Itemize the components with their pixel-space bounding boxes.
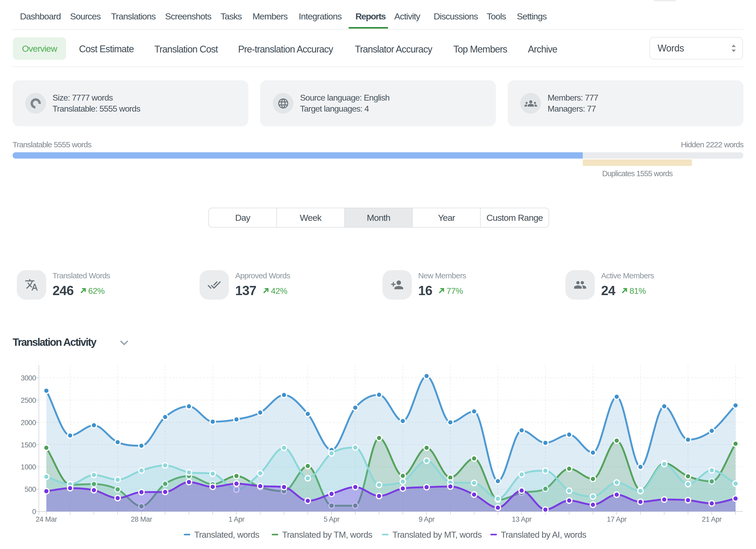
svg-text:3000: 3000 (21, 374, 36, 382)
svg-text:1 Apr: 1 Apr (229, 515, 245, 523)
svg-text:9 Apr: 9 Apr (419, 515, 435, 523)
svg-text:2000: 2000 (21, 419, 36, 427)
svg-text:5 Apr: 5 Apr (324, 515, 340, 523)
svg-text:Translated by AI, words: Translated by AI, words (501, 530, 586, 540)
svg-text:21 Apr: 21 Apr (702, 515, 722, 523)
svg-text:0: 0 (32, 508, 36, 516)
svg-text:Translated, words: Translated, words (194, 530, 259, 540)
svg-text:2500: 2500 (21, 396, 36, 404)
svg-text:500: 500 (24, 485, 36, 493)
svg-text:28 Mar: 28 Mar (131, 515, 152, 523)
svg-text:1500: 1500 (21, 441, 36, 449)
svg-text:24 Mar: 24 Mar (36, 515, 57, 523)
svg-text:13 Apr: 13 Apr (512, 515, 532, 523)
svg-text:1000: 1000 (21, 463, 36, 471)
svg-text:Translated by MT, words: Translated by MT, words (392, 530, 482, 540)
svg-text:17 Apr: 17 Apr (607, 515, 627, 523)
svg-text:Translated by TM, words: Translated by TM, words (282, 530, 372, 540)
